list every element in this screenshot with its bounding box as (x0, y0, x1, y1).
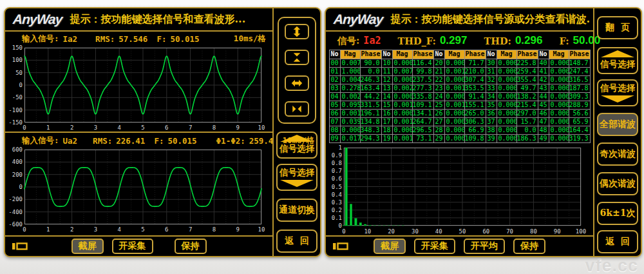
harmonic-mag-cell: 0.000 (497, 68, 516, 75)
harmonic-mag-cell: 0.001 (341, 110, 360, 117)
anyway-logo: AnyWay (12, 12, 62, 27)
signal-select-down-button[interactable]: 信号选择 (597, 79, 638, 106)
hold-button[interactable]: 保持 (513, 239, 545, 254)
harmonic-no-cell: 42 (538, 76, 549, 84)
svg-text:1: 1 (46, 124, 50, 131)
wave2-signal-value: Ua2 (63, 136, 78, 146)
harmonic-mag-cell: 0.000 (497, 135, 516, 142)
hold-button[interactable]: 保持 (175, 239, 207, 254)
harmonic-mag-cell: 0.001 (393, 135, 412, 142)
harmonic-mag-cell: 0.000 (393, 76, 412, 84)
harmonic-mag-cell: 0.000 (549, 126, 569, 134)
expand-vertical-button[interactable] (285, 24, 309, 39)
harmonic-phase-cell: 331.5 (361, 101, 381, 109)
harmonic-spectrum-chart: 10.90.80.70.60.50.40.30.20.1001020304050… (327, 144, 587, 235)
svg-text:7: 7 (189, 124, 192, 131)
harmonic-phase-cell: 196.1 (361, 110, 381, 117)
wave2-phase-label: Φ1-Φ2: (216, 136, 245, 146)
svg-text:9: 9 (236, 226, 239, 233)
svg-text:10: 10 (364, 228, 371, 235)
odd-harmonics-button[interactable]: 奇次谐波 (597, 142, 638, 166)
harmonic-mag-cell: 0.000 (445, 135, 464, 142)
harmonic-signal-line: 信号: Ia2 THD_F: 0.297 THD: 0.296 F: 50.00 (326, 32, 593, 48)
harmonic-mag-cell: 0.000 (497, 93, 516, 101)
svg-text:600: 600 (12, 146, 23, 153)
harmonic-mag-cell: 0.000 (497, 84, 516, 92)
harmonic-mag-cell: 0.002 (341, 93, 360, 101)
left-back-button[interactable]: 返 回 (276, 230, 317, 253)
harmonic-no-cell: 41 (538, 68, 549, 75)
svg-text:80: 80 (530, 228, 537, 235)
right-back-button[interactable]: 返 回 (597, 230, 638, 253)
harmonic-mag-cell: 0.000 (445, 59, 464, 67)
six-k-plus-minus-one-button[interactable]: 6k±1次 (597, 202, 638, 225)
signal-select-up-button[interactable]: 信号选择 (276, 132, 317, 159)
harmonic-phase-cell: 116.4 (413, 59, 433, 67)
harmonic-no-cell: 40 (538, 59, 549, 67)
svg-text:1: 1 (46, 226, 50, 233)
signal-select-up-button[interactable]: 信号选择 (597, 47, 638, 74)
harmonic-phase-cell: 66.9 (465, 126, 486, 134)
svg-text:6: 6 (165, 124, 168, 131)
harmonic-mag-cell: 0.000 (549, 93, 569, 101)
signal-select-down-button[interactable]: 信号选择 (276, 164, 317, 191)
right-header: AnyWay 提示：按功能键选择信号源或分类查看谐波... (326, 8, 593, 32)
harmonic-mag-cell: 0.000 (549, 118, 569, 126)
page-turn-left-char: 翻 (605, 22, 614, 34)
harmonic-no-cell: 07 (330, 118, 340, 126)
screenshot-button[interactable]: 截屏 (374, 239, 406, 254)
svg-text:-150: -150 (8, 119, 23, 126)
watermark: vfe.cc (585, 256, 638, 274)
compress-vertical-button[interactable] (285, 50, 309, 65)
harmonic-header-phase: Phase (569, 50, 590, 59)
harmonic-mag-cell: 0.007 (393, 68, 412, 75)
svg-text:30: 30 (412, 228, 419, 235)
svg-text:70: 70 (506, 228, 513, 235)
harmonic-no-cell: 35 (486, 101, 497, 109)
harmonic-no-cell: 45 (538, 101, 549, 109)
battery-icon (12, 242, 30, 251)
harmonic-header-no: No (330, 50, 340, 59)
screenshot-button[interactable]: 截屏 (71, 239, 104, 254)
all-harmonics-button[interactable]: 全部谐波 (597, 113, 638, 136)
harmonic-phase-cell: 296.5 (413, 126, 433, 134)
svg-text:100: 100 (12, 57, 23, 63)
harmonic-phase-cell: 348.3 (361, 126, 381, 134)
wave1-timebase: 10ms/格 (234, 34, 266, 44)
waveform-zoom-button-group (278, 17, 316, 124)
left-side-button-column: 信号选择 信号选择 通道切换 返 回 (272, 8, 320, 256)
harmonic-mag-cell: 0.000 (549, 76, 569, 84)
battery-icon (332, 242, 350, 251)
harmonic-phase-cell: 335.8 (413, 93, 433, 101)
svg-text:0.1: 0.1 (332, 215, 342, 221)
expand-horizontal-button[interactable] (285, 75, 309, 91)
start-average-button[interactable]: 开平均 (464, 239, 505, 254)
harmonic-phase-cell: 65.9 (569, 118, 590, 126)
harmonic-mag-cell: 0.000 (497, 118, 516, 126)
harmonic-phase-cell: 0.0 (517, 126, 538, 134)
expand-horizontal-icon (291, 77, 303, 89)
start-acquire-button[interactable]: 开采集 (414, 239, 455, 254)
compress-horizontal-button[interactable] (285, 101, 309, 117)
harmonic-phase-cell: 163.4 (361, 84, 381, 92)
harmonic-no-cell: 38 (486, 126, 497, 134)
svg-text:6: 6 (165, 226, 168, 233)
harmonic-no-cell: 04 (330, 93, 340, 101)
harmonic-mag-cell: 0.000 (445, 76, 464, 84)
even-harmonics-button[interactable]: 偶次谐波 (597, 172, 638, 195)
harmonic-phase-cell: 225.8 (517, 59, 538, 67)
svg-text:150: 150 (12, 44, 23, 51)
channel-switch-button[interactable]: 通道切换 (276, 199, 317, 222)
harmonic-mag-cell: 0.007 (341, 59, 360, 67)
harmonic-header-phase: Phase (517, 50, 538, 59)
harmonic-phase-cell: 259.4 (517, 68, 538, 75)
start-acquire-button[interactable]: 开采集 (112, 239, 153, 254)
harmonic-phase-cell: 73.1 (413, 135, 433, 142)
page-turn-button[interactable]: 翻 页 (597, 16, 638, 39)
harmonic-no-cell: 28 (434, 126, 444, 134)
harmonic-mag-cell: 0.002 (393, 84, 412, 92)
harmonic-mag-cell: 0.000 (445, 126, 464, 134)
signal-select-up-label: 信号选择 (279, 143, 314, 155)
harmonic-no-cell: 12 (382, 76, 392, 84)
back-label-left-char: 返 (285, 235, 294, 247)
